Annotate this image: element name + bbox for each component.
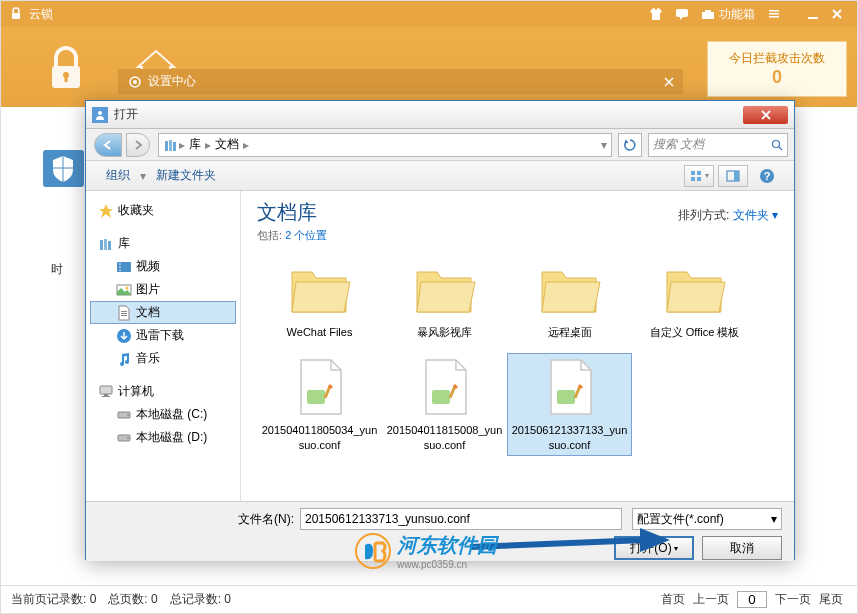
menu-icon[interactable] (767, 7, 781, 21)
svg-rect-48 (432, 390, 450, 404)
dialog-close-button[interactable] (743, 106, 788, 124)
open-button[interactable]: 打开(O) ▾ (614, 536, 694, 560)
library-subtitle: 包括: 2 个位置 (257, 228, 327, 243)
sidebar-disk-c[interactable]: 本地磁盘 (C:) (90, 403, 236, 426)
search-input[interactable]: 搜索 文档 (648, 133, 788, 157)
preview-pane-button[interactable] (718, 165, 748, 187)
new-folder-button[interactable]: 新建文件夹 (146, 163, 226, 188)
sort-value[interactable]: 文件夹 (733, 208, 769, 222)
file-item[interactable]: 201504011815008_yunsuo.conf (382, 353, 507, 456)
sidebar-xunlei[interactable]: 迅雷下载 (90, 324, 236, 347)
folder-item[interactable]: 自定义 Office 模板 (632, 255, 757, 343)
help-button[interactable]: ? (752, 165, 782, 187)
library-title: 文档库 (257, 199, 327, 226)
file-icon (285, 357, 355, 419)
svg-rect-6 (769, 16, 779, 18)
folder-icon (410, 259, 480, 321)
folder-item[interactable]: WeChat Files (257, 255, 382, 343)
locations-link[interactable]: 2 个位置 (285, 229, 327, 241)
crumb-library[interactable]: 库 (185, 136, 205, 153)
first-page-link[interactable]: 首页 (661, 591, 685, 608)
star-icon (98, 203, 114, 219)
nav-forward-button[interactable] (126, 133, 150, 157)
svg-rect-7 (808, 17, 818, 19)
stats-label: 今日拦截攻击次数 (718, 50, 836, 67)
svg-point-32 (119, 266, 121, 268)
sidebar-pictures[interactable]: 图片 (90, 278, 236, 301)
organize-button[interactable]: 组织 (96, 163, 140, 188)
time-column-header: 时 (51, 261, 63, 278)
breadcrumb-dropdown-icon[interactable]: ▾ (601, 138, 607, 152)
dialog-titlebar: 打开 (86, 101, 794, 129)
prev-page-link[interactable]: 上一页 (693, 591, 729, 608)
svg-rect-42 (102, 396, 110, 397)
file-item[interactable]: 201506121337133_yunsuo.conf (507, 353, 632, 456)
cancel-button[interactable]: 取消 (702, 536, 782, 560)
music-icon (116, 351, 132, 367)
toolbox-icon[interactable]: 功能箱 (701, 6, 755, 23)
svg-rect-22 (697, 177, 701, 181)
sort-label: 排列方式: (678, 208, 729, 222)
sidebar-library[interactable]: 库 (90, 232, 236, 255)
svg-point-31 (119, 263, 121, 265)
nav-back-button[interactable] (94, 133, 122, 157)
picture-icon (116, 282, 132, 298)
refresh-button[interactable] (618, 133, 642, 157)
stats-value: 0 (718, 67, 836, 88)
filename-input[interactable] (300, 508, 622, 530)
disk-icon (116, 407, 132, 423)
file-name: 201506121337133_yunsuo.conf (511, 423, 628, 452)
shield-icon (41, 146, 86, 191)
filetype-dropdown[interactable]: 配置文件(*.conf) ▾ (632, 508, 782, 530)
library-icon (98, 236, 114, 252)
toolbar-lock-icon[interactable] (36, 37, 96, 97)
page-input[interactable] (737, 591, 767, 608)
file-name: WeChat Files (261, 325, 378, 339)
file-name: 远程桌面 (511, 325, 628, 339)
minimize-button[interactable] (807, 8, 819, 20)
folder-icon (285, 259, 355, 321)
shirt-icon[interactable] (649, 7, 663, 21)
svg-rect-10 (65, 75, 68, 82)
folder-icon (535, 259, 605, 321)
svg-rect-40 (100, 386, 112, 394)
document-icon (116, 305, 132, 321)
sidebar-disk-d[interactable]: 本地磁盘 (D:) (90, 426, 236, 449)
close-button[interactable] (831, 8, 843, 20)
chevron-down-icon[interactable]: ▾ (772, 208, 778, 222)
chat-icon[interactable] (675, 7, 689, 21)
lock-icon (9, 7, 23, 21)
file-name: 201504011815008_yunsuo.conf (386, 423, 503, 452)
sidebar-documents[interactable]: 文档 (90, 301, 236, 324)
settings-close-button[interactable] (663, 76, 675, 88)
file-icon (410, 357, 480, 419)
settings-window-titlebar: 设置中心 (118, 69, 683, 94)
folder-item[interactable]: 暴风影视库 (382, 255, 507, 343)
file-item[interactable]: 201504011805034_yunsuo.conf (257, 353, 382, 456)
app-title: 云锁 (29, 6, 53, 23)
svg-rect-30 (117, 262, 131, 272)
crumb-documents[interactable]: 文档 (211, 136, 243, 153)
dialog-bottom: 文件名(N): 配置文件(*.conf) ▾ 打开(O) ▾ 取消 (86, 501, 794, 561)
library-icon (163, 137, 179, 153)
svg-rect-1 (676, 9, 688, 17)
svg-rect-49 (557, 390, 575, 404)
filename-label: 文件名(N): (238, 511, 294, 528)
sidebar-computer[interactable]: 计算机 (90, 380, 236, 403)
svg-rect-4 (769, 10, 779, 12)
dialog-toolbar: 组织 ▾ 新建文件夹 ▾ ? (86, 161, 794, 191)
view-mode-button[interactable]: ▾ (684, 165, 714, 187)
next-page-link[interactable]: 下一页 (775, 591, 811, 608)
breadcrumb[interactable]: ▸ 库 ▸ 文档 ▸ ▾ (158, 133, 612, 157)
svg-rect-27 (100, 240, 103, 250)
svg-point-18 (773, 140, 780, 147)
file-name: 自定义 Office 模板 (636, 325, 753, 339)
svg-rect-47 (307, 390, 325, 404)
last-page-link[interactable]: 尾页 (819, 591, 843, 608)
sidebar-videos[interactable]: 视频 (90, 255, 236, 278)
folder-item[interactable]: 远程桌面 (507, 255, 632, 343)
svg-rect-0 (12, 13, 20, 19)
status-current: 当前页记录数: 0 (11, 591, 96, 608)
sidebar-music[interactable]: 音乐 (90, 347, 236, 370)
sidebar-favorites[interactable]: 收藏夹 (90, 199, 236, 222)
